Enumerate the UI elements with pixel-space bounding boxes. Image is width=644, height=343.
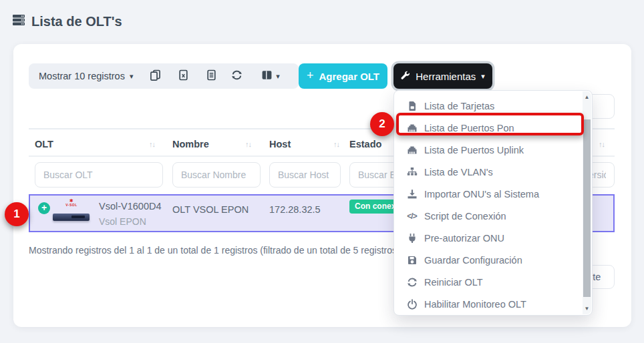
menu-item-label: Lista de Tarjetas bbox=[424, 101, 494, 111]
add-olt-button[interactable]: + Agregar OLT bbox=[299, 63, 387, 89]
menu-item-label: Pre-autorizar ONU bbox=[424, 233, 504, 244]
add-olt-label: Agregar OLT bbox=[319, 71, 379, 82]
annotation-step-2: 2 bbox=[370, 112, 394, 136]
menu-item-lista-de-puertos-uplink[interactable]: Lista de Puertos Uplink bbox=[394, 139, 583, 161]
refresh-icon bbox=[231, 69, 243, 83]
menu-item-label: Importar ONU's al Sistema bbox=[424, 189, 539, 200]
menu-item-label: Lista de VLAN's bbox=[424, 167, 493, 178]
menu-item-script-de-conexion[interactable]: </> Script de Conexión bbox=[394, 205, 583, 227]
menu-item-guardar-configuracion[interactable]: Guardar Configuración bbox=[394, 249, 583, 271]
menu-item-label: Habilitar Monitoreo OLT bbox=[424, 299, 526, 310]
menu-item-pre-autorizar-onu[interactable]: Pre-autorizar ONU bbox=[394, 227, 583, 249]
olt-list-page: Lista de OLT's Mostrar 10 registros ▾ bbox=[0, 0, 644, 343]
device-chassis bbox=[53, 214, 90, 221]
download-icon bbox=[406, 189, 418, 200]
menu-item-reiniciar-olt[interactable]: Reiniciar OLT bbox=[394, 271, 583, 293]
ethernet-icon bbox=[406, 145, 418, 155]
annotation-highlight-box bbox=[396, 113, 584, 135]
row-nombre: OLT VSOL EPON bbox=[172, 204, 249, 215]
logo-text: V-SOL bbox=[52, 203, 91, 207]
copy-button[interactable] bbox=[146, 63, 164, 89]
column-visibility-button[interactable]: ▾ bbox=[257, 63, 285, 89]
filter-olt-input[interactable] bbox=[35, 162, 163, 188]
filter-nombre-input[interactable] bbox=[172, 162, 261, 188]
chevron-down-icon: ▾ bbox=[276, 73, 280, 80]
sort-icon: ↑↓ bbox=[599, 140, 605, 148]
chevron-down-icon: ▾ bbox=[130, 73, 134, 80]
plug-icon bbox=[406, 233, 418, 244]
sort-icon: ↑↓ bbox=[245, 140, 251, 148]
records-info: Mostrando registros del 1 al 1 de un tot… bbox=[29, 245, 400, 256]
column-label: Nombre bbox=[172, 139, 209, 149]
show-entries-label: Mostrar 10 registros bbox=[39, 71, 125, 81]
refresh-table-button[interactable] bbox=[228, 63, 245, 89]
save-icon bbox=[406, 255, 418, 266]
wrench-icon bbox=[401, 71, 410, 82]
row-olt-model: Vsol-V1600D4 bbox=[99, 201, 162, 212]
sim-card-icon bbox=[406, 101, 418, 111]
tools-dropdown-button[interactable]: Herramientas ▾ bbox=[393, 63, 492, 89]
sort-icon: ↑↓ bbox=[149, 140, 155, 148]
menu-item-importar-onus[interactable]: Importar ONU's al Sistema bbox=[394, 183, 583, 205]
column-header-olt[interactable]: OLT ↑↓ bbox=[35, 135, 155, 153]
power-icon bbox=[406, 299, 418, 310]
page-header: Lista de OLT's bbox=[12, 13, 122, 29]
sitemap-icon bbox=[406, 167, 418, 178]
refresh-icon bbox=[406, 277, 418, 288]
export-excel-button[interactable] bbox=[174, 63, 192, 89]
scroll-up-icon[interactable]: ▲ bbox=[583, 94, 591, 100]
column-header-nombre[interactable]: Nombre ↑↓ bbox=[172, 135, 251, 153]
menu-item-label: Script de Conexión bbox=[424, 211, 506, 222]
code-icon: </> bbox=[406, 212, 418, 221]
olt-device-image: ✱ V-SOL bbox=[52, 199, 91, 228]
show-entries-dropdown[interactable]: Mostrar 10 registros ▾ bbox=[39, 63, 133, 89]
column-header-host[interactable]: Host ↑↓ bbox=[269, 135, 339, 153]
plus-icon: + bbox=[307, 69, 314, 81]
server-stack-icon bbox=[12, 13, 25, 29]
sort-icon: ↑↓ bbox=[333, 140, 339, 148]
file-excel-icon bbox=[178, 69, 189, 83]
expand-row-button[interactable]: + bbox=[38, 202, 50, 214]
menu-item-habilitar-monitoreo[interactable]: Habilitar Monitoreo OLT bbox=[394, 293, 583, 315]
row-host: 172.28.32.5 bbox=[269, 204, 321, 215]
column-label: Estado bbox=[349, 139, 381, 149]
column-label: Host bbox=[269, 139, 291, 149]
menu-item-label: Guardar Configuración bbox=[424, 255, 522, 266]
columns-icon bbox=[261, 69, 273, 83]
vsol-logo: ✱ V-SOL bbox=[52, 199, 91, 207]
copy-icon bbox=[150, 69, 161, 83]
menu-item-label: Reiniciar OLT bbox=[424, 277, 483, 288]
column-label: OLT bbox=[35, 139, 53, 149]
scroll-down-icon[interactable]: ▼ bbox=[583, 306, 591, 312]
menu-item-lista-de-vlans[interactable]: Lista de VLAN's bbox=[394, 161, 583, 183]
row-olt-vendor: Vsol EPON bbox=[99, 216, 146, 227]
annotation-step-1: 1 bbox=[5, 202, 29, 226]
chevron-down-icon: ▾ bbox=[481, 73, 485, 80]
export-file-button[interactable] bbox=[202, 63, 220, 89]
tools-label: Herramientas bbox=[416, 71, 476, 82]
filter-host-input[interactable] bbox=[269, 162, 341, 188]
plus-icon: + bbox=[41, 202, 47, 213]
page-title: Lista de OLT's bbox=[31, 14, 122, 29]
scrollbar-thumb[interactable] bbox=[583, 119, 591, 297]
menu-item-label: Lista de Puertos Uplink bbox=[424, 145, 524, 155]
file-lines-icon bbox=[206, 69, 217, 83]
